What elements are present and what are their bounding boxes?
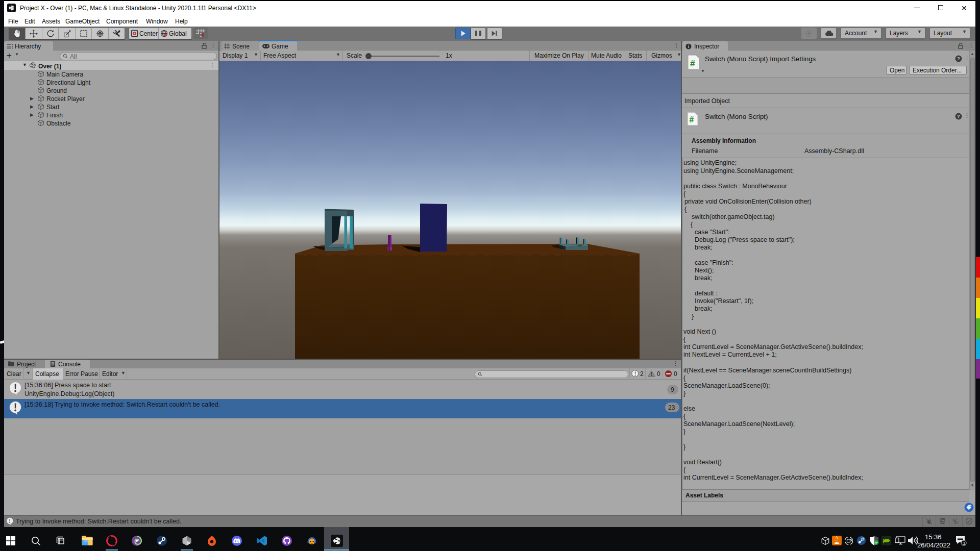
svg-text:?: ? xyxy=(957,56,960,61)
svg-text:?: ? xyxy=(957,113,960,119)
svg-text:#: # xyxy=(690,115,694,124)
svg-text:3: 3 xyxy=(963,541,965,546)
svg-text:#: # xyxy=(690,59,695,68)
